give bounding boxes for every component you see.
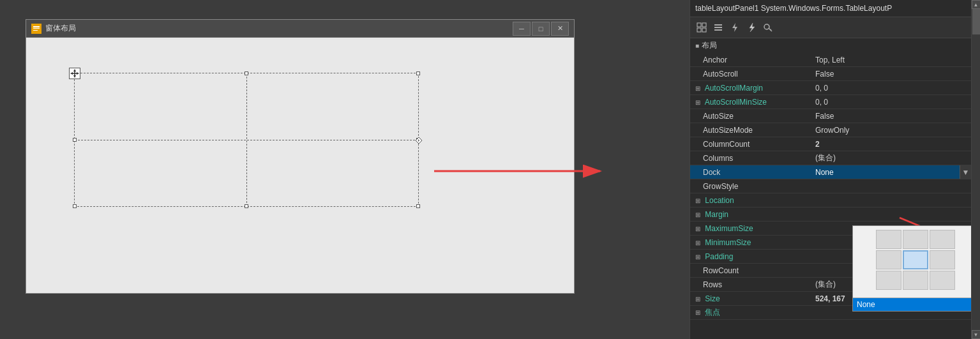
svg-rect-20	[714, 29, 722, 31]
props-content: Anchor Top, Left AutoScroll False ⊞ Auto…	[690, 53, 980, 339]
expand-icon-autoscrollmargin: ⊞	[695, 85, 700, 92]
toolbar-list-btn[interactable]	[711, 20, 726, 35]
scrollbar-thumb[interactable]	[972, 9, 980, 34]
scroll-up-btn[interactable]: ▲	[972, 0, 981, 9]
prop-name-rowcount: RowCount	[690, 266, 811, 275]
move-handle[interactable]	[69, 68, 80, 79]
prop-name-autosize: AutoSize	[690, 112, 811, 121]
prop-name-minimumsize: ⊞ MinimumSize	[690, 238, 811, 247]
prop-row-location[interactable]: ⊞ Location	[690, 193, 971, 207]
svg-point-23	[764, 24, 769, 29]
prop-row-autoscrollmargin[interactable]: ⊞ AutoScrollMargin 0, 0	[690, 81, 971, 95]
toolbar-grid-btn[interactable]	[694, 20, 709, 35]
prop-row-autosizemode[interactable]: AutoSizeMode GrowOnly	[690, 123, 971, 137]
minimize-btn[interactable]: ─	[513, 22, 531, 36]
prop-name-dock: Dock	[690, 168, 811, 177]
prop-name-autoscroll: AutoScroll	[690, 70, 811, 79]
prop-value-anchor: Top, Left	[811, 56, 971, 64]
prop-row-autosize[interactable]: AutoSize False	[690, 109, 971, 123]
prop-name-columns: Columns	[690, 154, 811, 163]
close-btn[interactable]: ✕	[551, 22, 569, 36]
svg-rect-19	[714, 27, 722, 28]
section-expand-icon: ■	[695, 42, 699, 49]
handle-bottom-right[interactable]	[416, 204, 420, 208]
dock-bottom-right[interactable]	[930, 271, 955, 290]
prop-name-focus: ⊞ 焦点	[690, 307, 811, 318]
svg-marker-7	[73, 75, 76, 78]
prop-row-growstyle[interactable]: GrowStyle	[690, 179, 971, 193]
svg-rect-17	[702, 28, 706, 32]
prop-value-columns: (集合)	[811, 153, 971, 163]
dock-top-center[interactable]	[903, 230, 928, 249]
form-designer-panel: 窗体布局 ─ □ ✕	[0, 0, 690, 339]
dock-top-right[interactable]	[930, 230, 955, 249]
prop-row-dock[interactable]: Dock None ▼	[690, 165, 971, 179]
handle-mid-left[interactable]	[73, 138, 77, 142]
handle-bottom-left[interactable]	[73, 204, 77, 208]
prop-row-autoscrollminsize[interactable]: ⊞ AutoScrollMinSize 0, 0	[690, 95, 971, 109]
svg-marker-9	[77, 72, 79, 75]
expand-icon-padding: ⊞	[695, 253, 700, 260]
dock-mid-left[interactable]	[876, 250, 901, 269]
prop-name-anchor: Anchor	[690, 56, 811, 64]
prop-value-autosize: False	[811, 112, 971, 121]
prop-name-autoscrollmargin: ⊞ AutoScrollMargin	[690, 84, 811, 93]
prop-row-margin[interactable]: ⊞ Margin	[690, 207, 971, 222]
handle-top-right[interactable]	[416, 72, 420, 75]
svg-rect-2	[33, 28, 40, 29]
form-window: 窗体布局 ─ □ ✕	[26, 19, 575, 294]
handle-bottom-center[interactable]	[245, 204, 248, 208]
dock-bottom-center[interactable]	[903, 271, 928, 290]
expand-icon-margin: ⊞	[695, 211, 700, 218]
prop-row-columns[interactable]: Columns (集合)	[690, 151, 971, 165]
svg-rect-16	[697, 28, 701, 32]
svg-rect-14	[697, 23, 701, 27]
svg-rect-1	[33, 26, 40, 27]
form-title-icon	[31, 24, 41, 34]
props-header: tableLayoutPanel1 System.Windows.Forms.T…	[690, 0, 980, 17]
prop-name-columncount: ColumnCount	[690, 140, 811, 149]
prop-name-autosizemode: AutoSizeMode	[690, 126, 811, 135]
svg-marker-8	[70, 72, 73, 75]
dock-bottom-left[interactable]	[876, 271, 901, 290]
toolbar-key-btn[interactable]	[760, 20, 776, 35]
toolbar-lightning-btn[interactable]	[744, 20, 759, 35]
dock-mid-right[interactable]	[930, 250, 955, 269]
handle-mid-right[interactable]	[416, 138, 420, 142]
expand-icon-autoscrollminsize: ⊞	[695, 99, 700, 106]
table-layout-panel[interactable]	[74, 73, 419, 207]
expand-icon-location: ⊞	[695, 197, 700, 204]
form-title-text: 窗体布局	[45, 23, 76, 34]
prop-row-anchor[interactable]: Anchor Top, Left	[690, 53, 971, 67]
prop-value-autoscrollminsize: 0, 0	[811, 98, 971, 107]
dock-center[interactable]	[903, 250, 928, 269]
prop-row-columncount[interactable]: ColumnCount 2	[690, 137, 971, 151]
svg-rect-15	[702, 23, 706, 27]
maximize-btn[interactable]: □	[532, 22, 550, 36]
section-layout[interactable]: ■ 布局	[690, 38, 980, 53]
prop-name-padding: ⊞ Padding	[690, 252, 811, 261]
scrollbar-track	[972, 9, 981, 330]
form-titlebar: 窗体布局 ─ □ ✕	[26, 20, 574, 38]
svg-rect-3	[33, 30, 38, 31]
scroll-down-btn[interactable]: ▼	[972, 330, 981, 339]
dock-popup: None	[852, 225, 980, 312]
prop-value-autoscrollmargin: 0, 0	[811, 84, 971, 93]
svg-marker-22	[750, 23, 755, 32]
prop-value-dock: None	[811, 168, 960, 177]
prop-name-growstyle: GrowStyle	[690, 182, 811, 191]
dock-dropdown-arrow[interactable]: ▼	[960, 165, 971, 179]
svg-marker-21	[732, 23, 737, 32]
toolbar-event-btn[interactable]	[727, 20, 743, 35]
prop-value-autoscroll: False	[811, 70, 971, 79]
prop-row-autoscroll[interactable]: AutoScroll False	[690, 67, 971, 81]
prop-value-autosizemode: GrowOnly	[811, 126, 971, 135]
svg-marker-6	[73, 69, 76, 72]
scrollbar[interactable]: ▲ ▼	[971, 0, 980, 339]
dock-top-left[interactable]	[876, 230, 901, 249]
dock-value-row[interactable]: None	[853, 298, 979, 311]
svg-rect-18	[714, 24, 722, 26]
properties-panel: ▲ ▼ tableLayoutPanel1 System.Windows.For…	[690, 0, 980, 339]
prop-name-margin: ⊞ Margin	[690, 210, 811, 219]
handle-top-center[interactable]	[245, 72, 248, 75]
